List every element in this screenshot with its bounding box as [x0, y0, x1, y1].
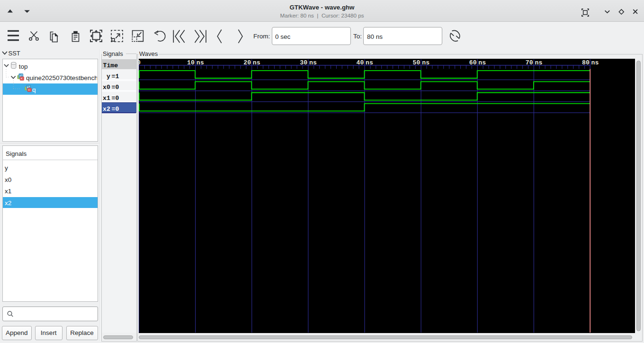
- svg-text:ns: ns: [197, 59, 204, 66]
- svg-text:40: 40: [356, 59, 364, 66]
- svg-text:ns: ns: [422, 59, 429, 66]
- svg-text:70: 70: [526, 59, 533, 66]
- svg-text:ns: ns: [309, 59, 317, 66]
- svg-text:ns: ns: [535, 59, 542, 66]
- svg-text:20: 20: [243, 59, 251, 66]
- svg-text:ns: ns: [591, 59, 599, 66]
- svg-text:ns: ns: [253, 59, 260, 66]
- svg-text:10: 10: [187, 59, 195, 66]
- svg-text:80: 80: [582, 59, 590, 66]
- svg-text:0: 0: [139, 59, 141, 66]
- svg-text:50: 50: [413, 59, 420, 66]
- svg-text:60: 60: [469, 59, 477, 66]
- svg-text:ns: ns: [478, 59, 486, 66]
- svg-text:ns: ns: [366, 59, 373, 66]
- svg-text:30: 30: [300, 59, 307, 66]
